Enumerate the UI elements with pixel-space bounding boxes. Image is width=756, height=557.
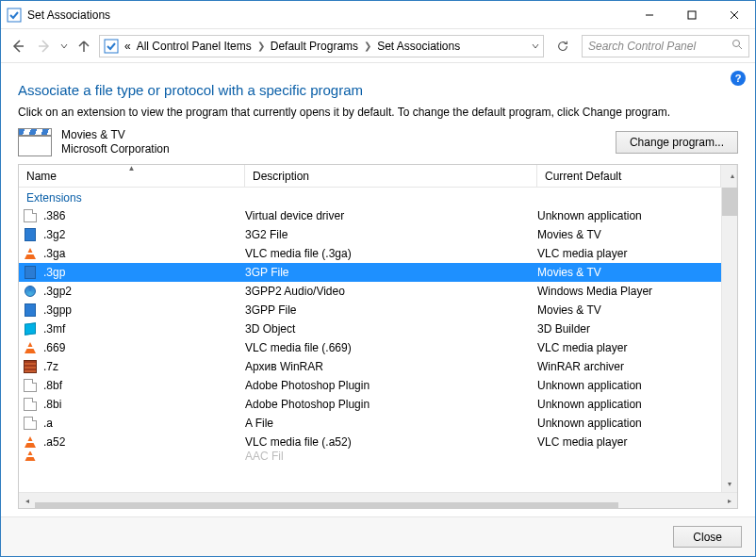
selected-program-row: Movies & TV Microsoft Corporation Change…	[18, 128, 738, 156]
row-name: .8bi	[43, 398, 61, 411]
table-row[interactable]: .3gp23GPP2 Audio/VideoWindows Media Play…	[19, 282, 721, 301]
program-meta: Movies & TV Microsoft Corporation	[61, 128, 170, 156]
nav-up-button[interactable]	[73, 35, 95, 57]
maximize-button[interactable]	[670, 1, 713, 29]
horizontal-scrollbar[interactable]: ◂ ▸	[19, 492, 737, 508]
row-default: Unknown application	[537, 379, 721, 392]
table-row[interactable]: .3g23G2 FileMovies & TV	[19, 225, 721, 244]
svg-line-9	[739, 46, 742, 49]
app-icon	[7, 8, 22, 23]
row-default: VLC media player	[537, 341, 721, 354]
table-row[interactable]: .386Virtual device driverUnknown applica…	[19, 206, 721, 225]
breadcrumb-item[interactable]: All Control Panel Items	[135, 40, 254, 53]
column-headers: Name ▲ Description Current Default ▴	[19, 165, 737, 188]
svg-rect-2	[688, 11, 696, 19]
scroll-right-button[interactable]: ▸	[721, 493, 737, 508]
nav-history-dropdown[interactable]	[59, 42, 69, 50]
toolbar: « All Control Panel Items ❯ Default Prog…	[1, 29, 755, 63]
search-input[interactable]: Search Control Panel	[582, 35, 749, 57]
close-button[interactable]	[713, 1, 755, 29]
row-name: .386	[43, 209, 65, 222]
change-program-button[interactable]: Change program...	[616, 131, 738, 154]
row-description: 3GPP File	[245, 303, 537, 317]
program-company: Microsoft Corporation	[61, 142, 170, 156]
row-description: AAC Fil	[245, 451, 537, 461]
scroll-down-button[interactable]: ▾	[722, 476, 737, 492]
file-icon	[23, 208, 38, 223]
page-subtext: Click on an extension to view the progra…	[18, 106, 738, 119]
row-description: VLC media file (.a52)	[245, 435, 537, 449]
table-row[interactable]: .aA FileUnknown application	[19, 414, 721, 433]
address-dropdown-icon[interactable]	[532, 42, 539, 50]
blue-icon	[23, 265, 38, 280]
blue-icon	[23, 303, 38, 318]
column-header-name[interactable]: Name ▲	[19, 165, 245, 187]
table-row[interactable]: .7zАрхив WinRARWinRAR archiver	[19, 357, 721, 376]
group-header: Extensions	[19, 188, 721, 206]
row-description: Adobe Photoshop Plugin	[245, 398, 537, 411]
row-description: Virtual device driver	[245, 209, 537, 222]
scroll-left-button[interactable]: ◂	[19, 493, 35, 508]
minimize-button[interactable]	[628, 1, 670, 29]
address-icon	[104, 39, 119, 54]
column-header-description[interactable]: Description	[245, 165, 537, 187]
row-name: .3mf	[43, 322, 65, 336]
chevron-right-icon: ❯	[362, 41, 373, 51]
close-dialog-button[interactable]: Close	[673, 526, 742, 548]
row-description: 3GP File	[245, 266, 537, 279]
search-placeholder: Search Control Panel	[588, 40, 696, 53]
nav-forward-button[interactable]	[33, 35, 56, 57]
table-row[interactable]: .3gp3GP FileMovies & TV	[19, 263, 721, 282]
nav-back-button[interactable]	[7, 35, 29, 57]
row-description: VLC media file (.3ga)	[245, 247, 537, 260]
refresh-button[interactable]	[551, 35, 574, 57]
rar-icon	[23, 359, 38, 374]
scroll-up-button[interactable]: ▴	[729, 168, 736, 184]
vlc-icon	[23, 451, 38, 461]
row-description: VLC media file (.669)	[245, 341, 537, 354]
vlc-icon	[23, 434, 38, 450]
table-row[interactable]: .3mf3D Object3D Builder	[19, 319, 721, 338]
row-default: Movies & TV	[537, 228, 721, 241]
list-rows: Extensions .386Virtual device driverUnkn…	[19, 188, 721, 492]
help-icon[interactable]: ?	[731, 71, 746, 86]
breadcrumb-item[interactable]: Set Associations	[375, 40, 462, 53]
table-row[interactable]: AAC Fil	[19, 451, 721, 461]
dialog-footer: Close	[1, 516, 755, 556]
address-bar[interactable]: « All Control Panel Items ❯ Default Prog…	[99, 35, 544, 57]
table-row[interactable]: .8bfAdobe Photoshop PluginUnknown applic…	[19, 376, 721, 395]
row-name: .3ga	[43, 247, 65, 260]
breadcrumb-item[interactable]: Default Programs	[269, 40, 360, 53]
window-buttons	[628, 1, 755, 28]
row-description: 3G2 File	[245, 228, 537, 241]
wmp-icon	[23, 284, 38, 299]
row-description: 3GPP2 Audio/Video	[245, 285, 537, 298]
column-header-default[interactable]: Current Default	[537, 165, 721, 187]
file-icon	[23, 416, 38, 431]
table-row[interactable]: .a52VLC media file (.a52)VLC media playe…	[19, 433, 721, 451]
row-description: Архив WinRAR	[245, 360, 537, 373]
sort-indicator-icon: ▲	[128, 164, 136, 172]
titlebar: Set Associations	[1, 1, 755, 29]
scroll-thumb[interactable]	[722, 188, 737, 216]
table-row[interactable]: .3gaVLC media file (.3ga)VLC media playe…	[19, 244, 721, 263]
window-title: Set Associations	[27, 8, 110, 22]
row-description: A File	[245, 417, 537, 430]
list-body: Extensions .386Virtual device driverUnkn…	[19, 188, 737, 492]
table-row[interactable]: .3gpp3GPP FileMovies & TV	[19, 301, 721, 319]
chevron-right-icon: ❯	[255, 41, 267, 51]
row-name: .3gp	[43, 266, 65, 279]
vertical-scrollbar[interactable]: ▾	[721, 188, 737, 492]
table-row[interactable]: .8biAdobe Photoshop PluginUnknown applic…	[19, 395, 721, 414]
row-default: VLC media player	[537, 247, 721, 260]
row-name: .3gpp	[43, 303, 72, 317]
row-description: 3D Object	[245, 322, 537, 336]
set-associations-window: Set Associations	[0, 0, 756, 557]
vlc-icon	[23, 246, 38, 261]
row-name: .a52	[43, 435, 65, 449]
hscroll-thumb[interactable]	[35, 502, 618, 509]
table-row[interactable]: .669VLC media file (.669)VLC media playe…	[19, 338, 721, 357]
row-name: .8bf	[43, 379, 62, 392]
search-icon	[731, 39, 743, 53]
content-area: ? Associate a file type or protocol with…	[1, 63, 755, 516]
